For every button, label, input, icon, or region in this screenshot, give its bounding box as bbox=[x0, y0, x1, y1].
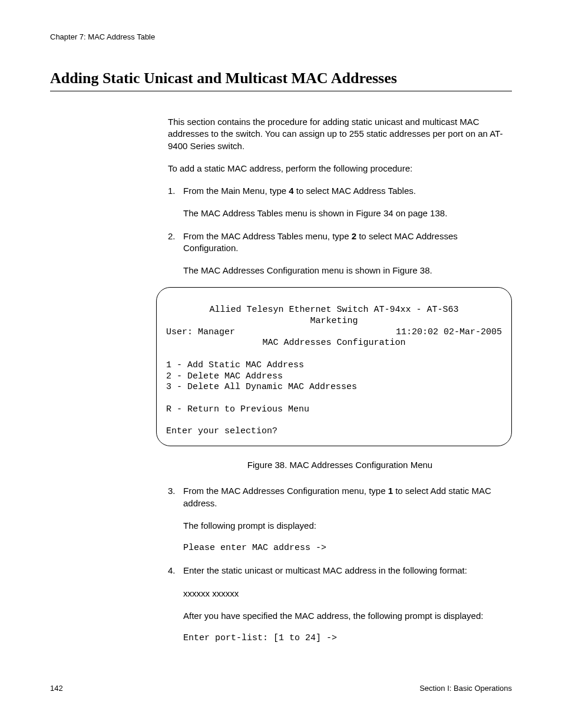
terminal-timestamp: 11:20:02 02-Mar-2005 bbox=[396, 327, 502, 338]
step-subtext: The MAC Addresses Configuration menu is … bbox=[183, 265, 512, 276]
step-text: Enter the static unicast or multicast MA… bbox=[183, 565, 467, 575]
lead-paragraph: To add a static MAC address, perform the… bbox=[168, 163, 512, 174]
step-number: 1. bbox=[168, 185, 176, 197]
step-1: 1. From the Main Menu, type 4 to select … bbox=[168, 185, 512, 220]
terminal-screen: Allied Telesyn Ethernet Switch AT-94xx -… bbox=[156, 287, 512, 446]
terminal-menu-title: MAC Addresses Configuration bbox=[166, 338, 502, 349]
terminal-option-return: R - Return to Previous Menu bbox=[166, 404, 502, 416]
step-text-pre: From the MAC Addresses Configuration men… bbox=[183, 486, 388, 496]
section-label: Section I: Basic Operations bbox=[419, 684, 512, 693]
terminal-prompt: Enter your selection? bbox=[166, 426, 502, 437]
section-title: Adding Static Unicast and Multicast MAC … bbox=[50, 70, 512, 91]
terminal-user: User: Manager bbox=[166, 327, 235, 338]
step-3: 3. From the MAC Addresses Configuration … bbox=[168, 485, 512, 554]
step-prompt: Please enter MAC address -> bbox=[183, 542, 512, 554]
step-subtext: The MAC Address Tables menu is shown in … bbox=[183, 207, 512, 219]
step-key: 4 bbox=[289, 186, 293, 196]
step-number: 2. bbox=[168, 230, 176, 242]
step-after: After you have specified the MAC address… bbox=[183, 610, 512, 622]
step-key: 1 bbox=[388, 486, 393, 496]
step-2: 2. From the MAC Address Tables menu, typ… bbox=[168, 230, 512, 277]
step-prompt: Enter port-list: [1 to 24] -> bbox=[183, 633, 512, 644]
terminal-title: Allied Telesyn Ethernet Switch AT-94xx -… bbox=[166, 305, 502, 316]
step-format: xxxxxx xxxxxx bbox=[183, 588, 512, 599]
terminal-subtitle: Marketing bbox=[166, 316, 502, 327]
figure-caption: Figure 38. MAC Addresses Configuration M… bbox=[168, 459, 512, 471]
terminal-option-2: 2 - Delete MAC Address bbox=[166, 371, 502, 383]
step-number: 4. bbox=[168, 565, 176, 577]
chapter-header: Chapter 7: MAC Address Table bbox=[50, 32, 512, 41]
page-number: 142 bbox=[50, 684, 63, 693]
step-4: 4. Enter the static unicast or multicast… bbox=[168, 565, 512, 644]
step-key: 2 bbox=[352, 231, 356, 241]
step-text-post: to select MAC Address Tables. bbox=[294, 186, 416, 196]
step-subtext: The following prompt is displayed: bbox=[183, 520, 512, 532]
terminal-option-3: 3 - Delete All Dynamic MAC Addresses bbox=[166, 382, 502, 393]
step-text-pre: From the Main Menu, type bbox=[183, 186, 289, 196]
terminal-option-1: 1 - Add Static MAC Address bbox=[166, 360, 502, 371]
step-number: 3. bbox=[168, 485, 176, 497]
step-text-pre: From the MAC Address Tables menu, type bbox=[183, 231, 352, 241]
intro-paragraph: This section contains the procedure for … bbox=[168, 116, 512, 152]
